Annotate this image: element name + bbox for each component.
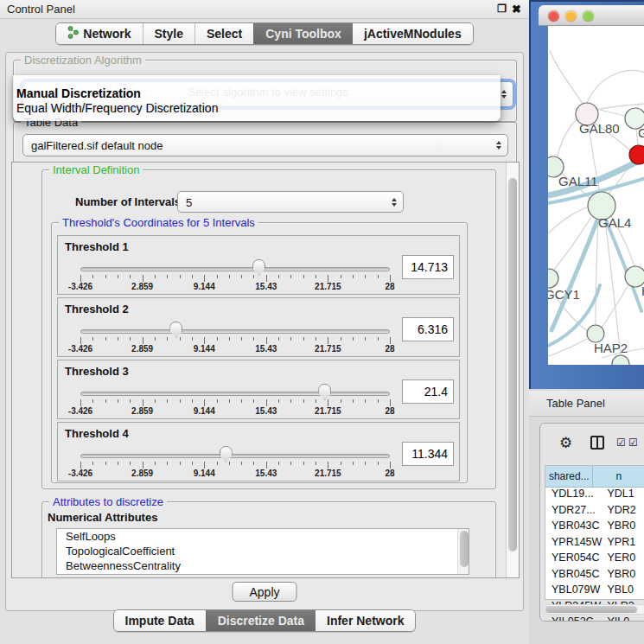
combo-arrows-icon [496, 141, 501, 150]
tick-label: 2.859 [131, 469, 153, 478]
network-node[interactable] [587, 325, 604, 342]
checkbox-icon[interactable]: ☑ [616, 437, 626, 449]
thresholds-groupbox: Threshold's Coordinates for 5 Intervals … [51, 222, 468, 483]
node-table: shared... n YDL19...YDL1YDR27...YDR2YBR0… [545, 465, 644, 600]
cell-shared-name: YDL19... [545, 488, 603, 504]
slider-tick-labels: -3.4262.8599.14415.4321.71528 [80, 469, 390, 479]
threshold-slider-thumb[interactable] [318, 384, 331, 400]
network-edge[interactable] [550, 50, 583, 104]
table-row[interactable]: YPR145WYPR1 [545, 536, 644, 552]
tab-select[interactable]: Select [194, 23, 253, 44]
number-of-intervals-combobox[interactable]: 5 [177, 191, 404, 213]
checkbox-icon[interactable]: ☑ [628, 437, 638, 449]
zoom-traffic-light[interactable] [583, 10, 594, 22]
attribute-item-betweennesscentrality[interactable]: BetweennessCentrality [57, 558, 469, 573]
algorithm-option-equal-width-frequency-discretization[interactable]: Equal Width/Frequency Discretization [13, 101, 501, 116]
table-row[interactable]: YBR045CYBR0 [545, 568, 644, 584]
threshold-slider-track[interactable] [80, 392, 390, 396]
control-panel-titlebar: Control Panel ❐ ✖ [0, 0, 529, 19]
tab-cyni-toolbox[interactable]: Cyni Toolbox [253, 23, 353, 44]
table-row[interactable]: YBL079WYBL0 [545, 583, 644, 600]
threshold-value-field[interactable]: 14.713 [402, 255, 454, 279]
tab-style[interactable]: Style [143, 23, 194, 44]
threshold-slider-track[interactable] [80, 454, 390, 458]
network-node[interactable] [612, 355, 629, 365]
column-header-shared[interactable]: shared... [545, 466, 593, 487]
threshold-slider-thumb[interactable] [252, 259, 265, 276]
minimize-traffic-light[interactable] [565, 10, 577, 22]
cell-name: YBL0 [603, 583, 644, 600]
top-tab-bar: NetworkStyleSelectCyni ToolboxjActiveMNo… [0, 22, 529, 45]
attributes-scrollbar-thumb[interactable] [460, 531, 469, 567]
table-data-combobox[interactable]: galFiltered.sif default node [22, 134, 508, 156]
cell-name: YDR2 [603, 504, 644, 520]
network-edge[interactable] [596, 109, 625, 116]
tab-jactivemnodules[interactable]: jActiveMNodules [353, 23, 473, 44]
cell-shared-name: YBR043C [545, 520, 603, 536]
table-row[interactable]: YDR27...YDR2 [545, 504, 644, 520]
settings-scrollbar[interactable] [506, 163, 519, 577]
threshold-panel-2: Threshold 2-3.4262.8599.14415.4321.71528… [57, 297, 460, 357]
algorithm-group-label: Discretization Algorithm [21, 54, 145, 67]
tab-label: Network [83, 27, 131, 41]
threshold-value-field[interactable]: 6.316 [402, 317, 454, 341]
settings-scrollbar-thumb[interactable] [508, 178, 517, 552]
tab-label: Cyni Toolbox [265, 27, 341, 41]
float-window-icon[interactable]: ❐ [497, 3, 507, 15]
table-row[interactable]: YBR043CYBR0 [545, 520, 644, 536]
network-edge[interactable] [548, 207, 589, 233]
attribute-item-selfloops[interactable]: SelfLoops [57, 529, 469, 544]
tick-label: 21.715 [315, 406, 341, 416]
attribute-item-topologicalcoefficient[interactable]: TopologicalCoefficient [57, 544, 469, 558]
attributes-scrollbar[interactable] [457, 529, 469, 574]
slider-tick-labels: -3.4262.8599.14415.4321.71528 [80, 406, 390, 417]
threshold-slider-track[interactable] [80, 267, 390, 271]
network-node[interactable] [629, 145, 644, 164]
tab-impute-data[interactable]: Impute Data [114, 610, 206, 631]
table-toolbar: ⚙ ☑ ☑ [540, 424, 644, 462]
close-traffic-light[interactable] [548, 10, 559, 22]
cell-name: YBR0 [603, 568, 644, 584]
algorithm-option-manual-discretization[interactable]: Manual Discretization [13, 86, 501, 101]
column-header-name[interactable]: n [593, 466, 644, 487]
tick-label: 28 [385, 344, 394, 354]
cell-name: YER0 [603, 552, 644, 568]
cell-shared-name: YPR145W [545, 536, 603, 552]
table-row[interactable]: YDL19...YDL1 [545, 488, 644, 504]
threshold-panel-3: Threshold 3-3.4262.8599.14415.4321.71528… [57, 360, 460, 419]
threshold-slider-thumb[interactable] [169, 322, 182, 338]
numerical-attributes-list[interactable]: SelfLoopsTopologicalCoefficientBetweenne… [56, 528, 469, 575]
slider-tick-labels: -3.4262.8599.14415.4321.71528 [80, 344, 390, 354]
threshold-value-field[interactable]: 21.4 [402, 379, 454, 404]
tab-infer-network[interactable]: Infer Network [316, 610, 415, 631]
cell-shared-name: YDR27... [545, 504, 603, 520]
close-window-icon[interactable]: ✖ [512, 3, 521, 16]
threshold-slider-thumb[interactable] [220, 446, 233, 462]
network-edge-highlight[interactable] [552, 218, 598, 330]
tab-network[interactable]: Network [56, 23, 142, 44]
cell-shared-name: YIL052C [545, 615, 603, 622]
network-canvas[interactable]: GAL80GACGAL11GAL4GCY1HHAP2 [548, 26, 644, 365]
table-row[interactable]: YIL052CYIL0 [545, 615, 644, 622]
threshold-value-field[interactable]: 11.344 [402, 442, 454, 466]
slider-tick-labels: -3.4262.8599.14415.4321.71528 [80, 282, 390, 292]
tick-label: 9.144 [194, 282, 215, 291]
apply-button[interactable]: Apply [232, 582, 296, 602]
table-row[interactable]: YER054CYER0 [545, 552, 644, 568]
tab-label: jActiveMNodules [364, 27, 462, 41]
cell-shared-name: YBR045C [545, 568, 603, 584]
tick-label: 15.43 [255, 282, 277, 291]
network-edge[interactable] [596, 220, 598, 325]
tick-label: -3.426 [68, 282, 92, 291]
tab-discretize-data[interactable]: Discretize Data [206, 610, 316, 631]
table-hscrollbar[interactable] [544, 604, 644, 615]
network-edge[interactable] [587, 70, 644, 103]
network-node[interactable] [548, 269, 558, 288]
split-columns-icon[interactable] [590, 436, 604, 450]
gear-icon[interactable]: ⚙ [559, 434, 572, 452]
threshold-slider-track[interactable] [80, 329, 390, 334]
table-hscrollbar-thumb[interactable] [545, 606, 637, 613]
network-edge[interactable] [602, 284, 629, 328]
attribute-items: SelfLoopsTopologicalCoefficientBetweenne… [57, 529, 469, 573]
number-of-intervals-value: 5 [186, 195, 192, 208]
